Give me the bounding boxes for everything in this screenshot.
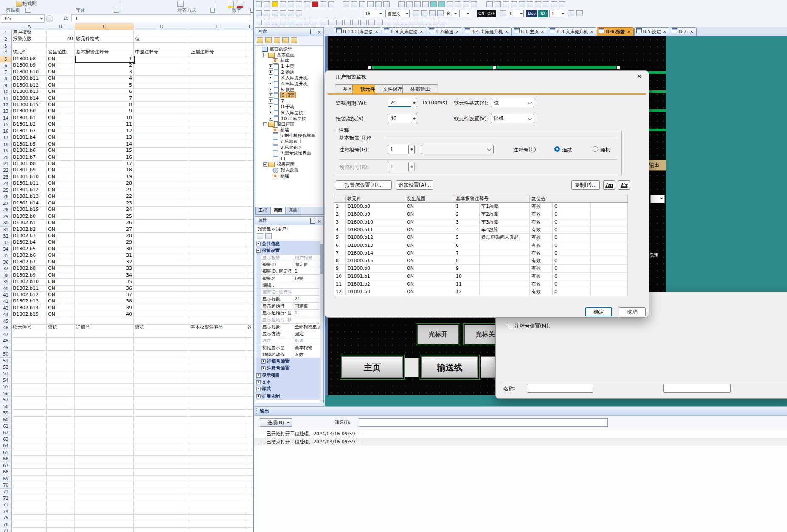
cell-E68[interactable] (189, 469, 246, 475)
table-cell-r7c7[interactable] (591, 249, 628, 257)
cell-C59[interactable] (75, 410, 134, 416)
cell-E40[interactable] (189, 286, 246, 292)
property-value[interactable]: 用户报警 (293, 255, 320, 261)
row-header-16[interactable]: 16 (0, 128, 12, 135)
row-header-62[interactable]: 62 (0, 429, 12, 436)
alarm-points-spinner[interactable] (411, 114, 417, 123)
table-cell-r10c1[interactable]: D1801.b1 (346, 273, 405, 280)
cell-B58[interactable] (47, 403, 75, 410)
cell-A77[interactable] (11, 528, 47, 532)
toolbar-icon[interactable] (437, 10, 444, 16)
table-cell-r3c0[interactable]: 3 (334, 218, 346, 226)
cell-F38[interactable] (246, 272, 254, 279)
table-cell-r6c6[interactable]: 0 (553, 242, 591, 249)
cell-F37[interactable] (246, 266, 254, 272)
cell-E34[interactable] (189, 246, 246, 252)
cell-D5[interactable] (134, 56, 189, 62)
cell-A48[interactable] (11, 338, 47, 344)
table-cell-r5c3[interactable]: 5 (454, 234, 480, 241)
font-color-icon[interactable] (237, 1, 243, 8)
cell-A47[interactable] (11, 331, 47, 338)
cell-E10[interactable] (189, 89, 246, 95)
tree-item-4[interactable]: 2 输送 (256, 69, 323, 75)
cell-B57[interactable] (47, 397, 75, 403)
cell-C70[interactable] (75, 482, 134, 488)
alarm-device-table[interactable]: 软元件发生范围基本报警注释号复位值1D1800.b8ON1车1故障有效02D18… (334, 195, 628, 296)
toolbar-icon[interactable] (304, 1, 310, 7)
cell-E37[interactable] (189, 266, 246, 272)
cell-C44[interactable]: 40 (75, 311, 134, 318)
cell-B27[interactable]: ON (47, 200, 75, 207)
cell-E20[interactable] (189, 154, 246, 161)
cell-A56[interactable] (11, 390, 47, 397)
row-header-75[interactable]: 75 (0, 515, 12, 521)
cell-D8[interactable] (134, 76, 189, 82)
close-icon[interactable]: × (318, 218, 321, 225)
row-header-77[interactable]: 77 (0, 528, 12, 532)
cell-E25[interactable] (189, 187, 246, 193)
cell-D59[interactable] (134, 410, 189, 416)
row-header-58[interactable]: 58 (0, 403, 12, 410)
cell-D20[interactable] (134, 154, 189, 161)
cell-D18[interactable] (134, 141, 189, 148)
table-cell-r9c6[interactable]: 0 (553, 265, 591, 272)
cell-D66[interactable] (134, 456, 189, 462)
cell-F45[interactable] (246, 318, 254, 325)
cell-A21[interactable]: D1801.b8 (11, 161, 47, 167)
toolbar-icon[interactable] (343, 1, 349, 7)
table-cell-r8c4[interactable] (480, 257, 530, 265)
cell-C37[interactable]: 33 (75, 266, 134, 272)
device-setting-combo[interactable]: 随机 (491, 114, 534, 123)
cell-B31[interactable]: ON (47, 227, 75, 233)
property-row-13[interactable]: 显示方法固定 (256, 330, 320, 337)
cell-D55[interactable] (134, 384, 189, 390)
cell-B76[interactable] (47, 521, 75, 528)
tree-item-20[interactable]: 报表画面 (256, 162, 323, 168)
property-row-5[interactable]: 报警名报警 (256, 275, 320, 282)
cell-B42[interactable]: ON (47, 298, 75, 305)
cell-E48[interactable] (189, 338, 246, 344)
table-cell-r4c3[interactable]: 4 (454, 226, 480, 234)
col-header-C[interactable]: C (75, 23, 134, 30)
cell-B22[interactable]: ON (47, 167, 75, 174)
row-header-21[interactable]: 21 (0, 161, 12, 168)
cell-C73[interactable] (75, 501, 134, 508)
cell-D57[interactable] (134, 397, 189, 403)
row-header-14[interactable]: 14 (0, 115, 12, 122)
cell-F31[interactable] (246, 227, 254, 233)
cell-A73[interactable] (11, 501, 47, 508)
cell-E55[interactable] (189, 384, 246, 390)
cell-C3[interactable] (75, 43, 134, 49)
cell-A10[interactable]: D1800.b13 (11, 89, 47, 95)
cell-A37[interactable]: D1802.b8 (11, 266, 47, 272)
cell-B59[interactable] (47, 410, 75, 416)
cell-E76[interactable] (189, 521, 246, 528)
off-toggle[interactable]: OFF (486, 10, 496, 17)
cell-B38[interactable]: ON (47, 272, 75, 279)
cell-F5[interactable] (246, 56, 254, 62)
cell-F10[interactable] (246, 89, 254, 95)
cell-B63[interactable] (47, 436, 75, 442)
table-cell-r6c4[interactable] (480, 242, 530, 249)
table-cell-r7c4[interactable] (480, 249, 530, 257)
toolbar-icon[interactable] (320, 1, 326, 7)
table-cell-r11c7[interactable] (591, 280, 628, 288)
drag-grip-icon[interactable] (256, 408, 257, 414)
border-icon[interactable] (177, 1, 184, 7)
row-header-38[interactable]: 38 (0, 272, 12, 279)
cell-B47[interactable] (47, 331, 75, 338)
cell-E31[interactable] (189, 227, 246, 233)
cell-F6[interactable] (246, 62, 254, 69)
cell-B5[interactable]: ON (47, 56, 75, 62)
panel-bottom-tab-画面[interactable]: 画面 (270, 207, 286, 214)
cell-C1[interactable] (75, 30, 134, 36)
row-header-74[interactable]: 74 (0, 508, 12, 515)
tree-item-21[interactable]: 报表设置 (256, 167, 323, 173)
cell-A74[interactable] (11, 508, 47, 515)
tree-item-1[interactable]: 基本画面 (256, 52, 323, 58)
toolbar-icon[interactable] (288, 1, 294, 7)
cell-B29[interactable]: ON (47, 213, 75, 220)
cell-E42[interactable] (189, 298, 246, 305)
cell-E52[interactable] (189, 364, 246, 370)
property-row-16[interactable]: 触摸时动作无效 (256, 351, 320, 358)
